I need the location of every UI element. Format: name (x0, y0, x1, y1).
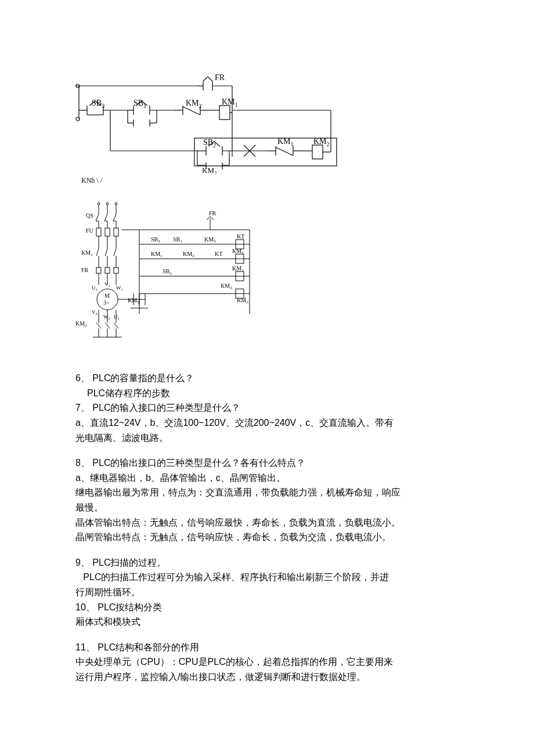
label-KM1: KM (222, 97, 235, 106)
circuit-diagram-1: FR SB3 SB1 (75, 70, 459, 186)
label-KM3m: KM (128, 297, 137, 303)
q10-heading: 10、 PLC按结构分类 (75, 600, 459, 615)
fig1-caption: KNh \ / (81, 175, 459, 186)
svg-text:V1: V1 (104, 281, 110, 288)
label-KM1m-sub: 1 (91, 252, 93, 257)
spacer (75, 445, 459, 455)
label-U2-sub: 2 (118, 317, 120, 320)
label-KM1m: KM (81, 249, 91, 256)
circuit-diagram-2: QS FU KM1 FR (75, 198, 459, 349)
svg-text:KM2: KM2 (221, 283, 232, 290)
label-SB2: SB (203, 138, 213, 147)
label-KTc: KT (237, 233, 244, 240)
q8-l3: 最慢。 (75, 500, 459, 515)
label-KM1c2: KM (232, 265, 241, 272)
label-SB1: SB (134, 99, 143, 107)
label-SB3c-sub: 3 (158, 239, 160, 244)
svg-point-70 (115, 202, 117, 205)
q11-heading: 11、 PLC结构和各部分的作用 (75, 640, 459, 655)
spacer (75, 545, 459, 555)
svg-text:SB2: SB2 (203, 138, 216, 149)
label-KM3c-sub: 3 (214, 239, 216, 244)
document-page: FR SB3 SB1 (0, 0, 534, 756)
label-KM2m-sub: 2 (85, 323, 87, 328)
label-FRm: FR (81, 267, 89, 273)
q7-answer-l2: 光电隔离、滤波电路。 (75, 431, 459, 446)
svg-rect-83 (96, 228, 101, 236)
label-W1-sub: 1 (121, 288, 123, 291)
svg-text:U1: U1 (92, 285, 98, 291)
svg-text:KM2: KM2 (202, 166, 217, 174)
svg-line-114 (96, 323, 101, 328)
svg-rect-96 (96, 267, 101, 273)
label-SB1c: SB (173, 236, 181, 243)
label-V2-sub: 2 (96, 312, 98, 316)
q8-heading: 8、 PLC的输出接口的三种类型是什么？各有什么特点？ (75, 455, 459, 471)
svg-rect-98 (114, 267, 118, 273)
q9-l1: PLC的扫描工作过程可分为输入采样、程序执行和输出刷新三个阶段，并进 (75, 570, 459, 585)
svg-text:SB1: SB1 (173, 236, 182, 244)
label-KM1-sub: 1 (235, 102, 238, 108)
label-KM3c: KM (204, 236, 214, 243)
label-M3: 3~ (103, 299, 110, 306)
svg-text:KM2: KM2 (183, 251, 194, 258)
label-KM2c3: KM (221, 283, 230, 289)
label-U1-sub: 1 (96, 288, 98, 291)
svg-text:V2: V2 (92, 309, 98, 316)
svg-text:KM2: KM2 (186, 99, 202, 109)
svg-text:SB3: SB3 (92, 99, 104, 109)
svg-text:SB1: SB1 (134, 99, 146, 109)
label-SB3c: SB (151, 236, 158, 243)
diagram2-svg: QS FU KM1 FR (75, 198, 261, 349)
label-SB2c: SB (163, 268, 170, 274)
label-KM3c3: KM (237, 297, 246, 303)
label-KM2c-sub: 2 (327, 141, 330, 147)
label-KM2: KM (186, 99, 199, 107)
spacer (75, 360, 459, 371)
q7-answer-l1: a、直流12~24V，b、交流100~120V、交流200~240V，c、交直流… (75, 415, 459, 431)
label-KM2b-sub: 2 (214, 170, 217, 174)
label-KM3c3-sub: 3 (246, 300, 248, 305)
svg-text:KM1: KM1 (81, 249, 93, 257)
label-FRc: FR (209, 210, 217, 216)
label-KM2c3-sub: 2 (230, 285, 232, 290)
label-KM2-b: KM (202, 166, 214, 174)
q6-heading: 6、 PLC的容量指的是什么？ (75, 371, 459, 386)
label-SB2c-sub: 2 (169, 271, 172, 276)
label-KM2c2-sub: 2 (241, 251, 244, 255)
svg-text:KM1: KM1 (277, 137, 294, 147)
svg-line-92 (114, 249, 116, 256)
svg-text:SB3: SB3 (151, 236, 160, 244)
label-QS: QS (86, 212, 93, 219)
svg-line-116 (114, 323, 118, 328)
svg-text:KM2: KM2 (313, 137, 330, 147)
svg-rect-84 (105, 228, 110, 236)
label-KM1c1-sub: 1 (160, 254, 163, 258)
svg-text:KM3: KM3 (237, 297, 248, 305)
svg-point-68 (98, 202, 100, 205)
label-FU: FU (86, 227, 94, 234)
q8-l4: 晶体管输出特点：无触点，信号响应最快，寿命长，负载为直流，负载电流小。 (75, 515, 459, 530)
q8-l2: 继电器输出最为常用，特点为：交直流通用，带负载能力强，机械寿命短，响应 (75, 485, 459, 500)
svg-rect-97 (105, 267, 110, 273)
svg-text:U2: U2 (114, 314, 120, 320)
q9-l2: 行周期性循环。 (75, 585, 459, 600)
svg-line-91 (105, 249, 107, 256)
svg-line-29 (183, 107, 200, 115)
svg-text:KM1: KM1 (151, 251, 163, 258)
svg-rect-60 (312, 145, 323, 159)
label-FR: FR (215, 73, 225, 82)
svg-line-76 (113, 214, 116, 221)
q7-heading: 7、 PLC的输入接口的三种类型是什么？ (75, 400, 459, 415)
label-W2-sub: 2 (109, 317, 110, 320)
svg-line-90 (96, 249, 99, 256)
diagram1-svg: FR SB3 SB1 (75, 70, 354, 174)
svg-line-74 (96, 214, 99, 221)
label-KM2c1-sub: 2 (192, 254, 194, 258)
svg-line-57 (276, 147, 293, 155)
svg-text:KM3: KM3 (204, 236, 216, 244)
svg-rect-32 (219, 106, 230, 120)
svg-text:KM2: KM2 (75, 320, 87, 328)
label-M: M (104, 292, 110, 299)
svg-line-115 (105, 323, 110, 328)
